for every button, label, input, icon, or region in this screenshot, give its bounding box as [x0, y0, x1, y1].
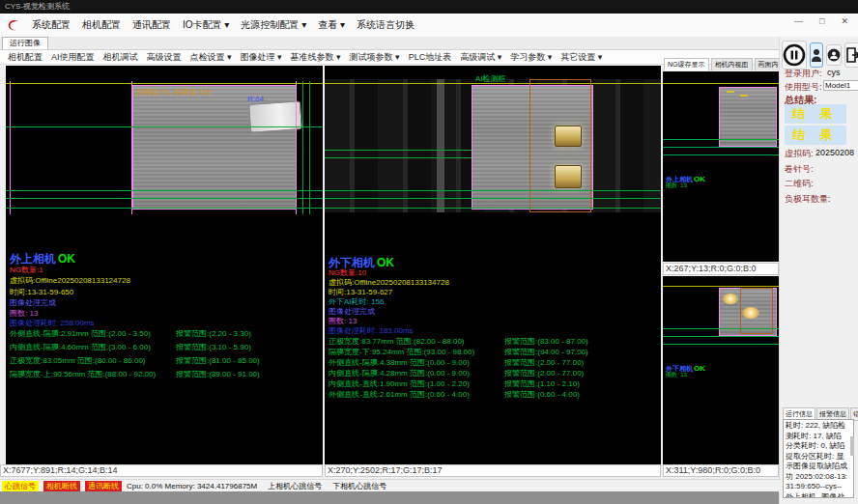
model-select[interactable]: Model1 [823, 80, 858, 91]
measurement-row: 外侧直线-隔膜:2.91mm 范围:(2.00 - 3.50) 报警范围:(2.… [10, 328, 323, 339]
mini-view-tabs: NG缓存显示 相机内视图 画面内视图 [664, 58, 796, 70]
result-badge-lower: 结 果 [785, 126, 846, 145]
left-camera-view[interactable]: 左阈值:93, 右阈值:100 R:64 外上相机OK NG数量:1 虚拟码:O… [6, 66, 323, 464]
tb-ai-use-config[interactable]: AI使用配置 [51, 51, 95, 64]
middle-coordinate-bar: X:270;Y:2502;R:17;G:17;B:17 [325, 464, 661, 477]
alarm-range: 报警范围:(83.00 - 87.00) [504, 336, 588, 347]
edge-detect-line [325, 150, 472, 151]
threshold-overlay-text: 左阈值:93, 右阈值:100 [135, 87, 212, 98]
menu-camera-config[interactable]: 相机配置 [82, 18, 121, 32]
edge-detect-line [6, 198, 323, 199]
roi-line [131, 81, 132, 214]
camera-offline-badge: 相机断线 [43, 481, 80, 491]
loop-count-row: 圈数: 13 [666, 182, 687, 190]
menu-comm-config[interactable]: 通讯配置 [132, 18, 171, 32]
edge-detect-line [309, 81, 310, 214]
blue-value-label: R:64 [247, 95, 264, 103]
tb-advanced-settings[interactable]: 高级设置 [147, 51, 182, 64]
maximize-button[interactable]: □ [819, 16, 824, 26]
quick-buttons [782, 41, 857, 70]
pixel-coordinate-readout: X:267;Y:13;R:0;G:0;B:0 [666, 264, 757, 273]
menu-light-control-config[interactable]: 光源控制配置 ▾ [241, 18, 306, 32]
tab-run-image[interactable]: 运行图像 [2, 37, 48, 49]
measurement-label: 内侧直线-隔膜:4.28mm 范围:(0.00 - 9.00) [329, 369, 470, 378]
menu-bar: 系统配置 相机配置 通讯配置 IO卡配置 ▾ 光源控制配置 ▾ 查看 ▾ 系统语… [0, 14, 858, 38]
edge-detect-line [663, 336, 779, 337]
time-row: 时间:13-31-59-650 [10, 287, 73, 297]
tab-strip: 运行图像 [0, 37, 779, 50]
down-camera-heartbeat: 下相机心跳信号 [332, 481, 386, 491]
alarm-range: 报警范围:(2.00 - 77.00) [504, 357, 584, 368]
app-window: CYS-视觉检测系统 系统配置 相机配置 通讯配置 IO卡配置 ▾ 光源控制配置… [0, 0, 858, 504]
tb-advanced-debug[interactable]: 高级调试 ▾ [460, 51, 501, 64]
menu-io-config[interactable]: IO卡配置 ▾ [183, 18, 229, 32]
left-coordinate-bar: X:7677;Y:891;R:14;G:14;B:14 [0, 464, 323, 477]
menu-view[interactable]: 查看 ▾ [318, 18, 345, 32]
tb-other-settings[interactable]: 其它设置 ▾ [560, 51, 602, 64]
tb-spot-check-settings[interactable]: 点检设置 ▾ [190, 51, 232, 64]
edge-detect-line [663, 147, 779, 148]
tb-learning-params[interactable]: 学习参数 ▾ [510, 51, 552, 64]
edge-detect-line [663, 328, 779, 329]
menu-system-config[interactable]: 系统配置 [32, 18, 71, 32]
status-bar: 心跳信号 相机断线 通讯断线 Cpu: 0.0% Memory: 3424.41… [0, 479, 781, 492]
tab-clip-highlight [742, 307, 759, 319]
roi-line [10, 81, 11, 214]
tb-camera-debug[interactable]: 相机调试 [103, 51, 138, 64]
tab-ng-cache-display[interactable]: NG缓存显示 [664, 58, 709, 70]
login-user-value: cys [827, 68, 841, 77]
minimize-button[interactable]: — [794, 16, 803, 26]
tb-test-item-params[interactable]: 测试项参数 ▾ [350, 51, 400, 64]
tb-image-processing[interactable]: 图像处理 ▾ [241, 51, 282, 64]
connector-object [248, 100, 302, 133]
pixel-coordinate-readout: X:311;Y:980;R:0;G:0;B:0 [666, 465, 760, 475]
alarm-range: 报警范围:(94.00 - 97.00) [504, 347, 588, 357]
measurement-label: 正极宽度:83.77mm 范围:(82.00 - 88.00) [329, 337, 465, 346]
window-title: CYS-视觉检测系统 [5, 2, 70, 11]
measurement-label: 外侧直线-隔膜:4.38mm 范围:(0.00 - 9.00) [329, 358, 470, 367]
result-ok: OK [694, 364, 705, 373]
process-cost-row: 图像处理耗时: 183.00ms [329, 325, 414, 336]
virtual-code-value: 20250208 [815, 148, 854, 157]
edge-detect-line [302, 81, 303, 214]
mini-view-bottom[interactable]: 外下相机OK 圈数: 13 [663, 276, 779, 464]
threshold-mark [727, 91, 734, 93]
menu-language-switch[interactable]: 系统语言切换 [357, 18, 415, 32]
middle-camera-view[interactable]: AI检测框 外下相机OK NG数量:10 虚拟码:Offline20250208… [325, 66, 661, 464]
tab-camera-inner-view[interactable]: 相机内视图 [711, 58, 753, 70]
exit-button[interactable] [844, 42, 858, 68]
baseline-yellow [6, 83, 323, 84]
tb-baseline-params[interactable]: 基准线参数 ▾ [291, 51, 341, 64]
permission-button[interactable] [826, 44, 842, 66]
tb-camera-config[interactable]: 相机配置 [8, 51, 43, 64]
heartbeat-badge: 心跳信号 [2, 481, 39, 491]
log-scrollbar[interactable] [850, 436, 854, 456]
alarm-range: 报警范围:(2.00 - 77.00) [504, 368, 584, 378]
mini-view-top[interactable]: 外上相机OK 圈数: 13 [663, 71, 779, 262]
exit-door-icon [845, 47, 858, 63]
up-camera-heartbeat: 上相机心跳信号 [268, 481, 322, 491]
run-log-area[interactable]: 耗时: 222, 缺陷检测耗时: 17, 缺陷分类耗时: 0, 缺陷提取分区耗时… [783, 419, 854, 498]
edge-detect-line [325, 198, 661, 199]
result-ok: OK [694, 175, 705, 183]
result-badge-upper: 结 果 [785, 104, 846, 124]
edge-detect-line [6, 126, 323, 127]
edge-detect-line [325, 190, 661, 191]
login-user-button[interactable] [810, 42, 823, 68]
measurement-row: 隔膜宽度-下:95.24mm 范围:(93.00 - 98.00) 报警范围:(… [329, 347, 661, 357]
edge-detect-line [663, 154, 779, 155]
separator-film-region [719, 87, 777, 147]
measurement-label: 外侧直线-直线:2.61mm 范围:(0.60 - 4.00) [329, 390, 470, 399]
anode-tab-count-label: 负极耳数量: [785, 193, 831, 206]
pixel-coordinate-readout: X:7677;Y:891;R:14;G:14;B:14 [3, 465, 118, 475]
loop-count-row: 圈数: 13 [666, 371, 687, 379]
measurement-row: 隔膜宽度-上:90.56mm 范围:(88.00 - 92.00) 报警范围:(… [10, 369, 323, 379]
tb-plc-address-table[interactable]: PLC地址表 [409, 51, 452, 64]
pause-button[interactable] [782, 41, 807, 70]
measurement-row: 内侧直线-直线:1.90mm 范围:(1.00 - 2.20) 报警范围:(1.… [329, 378, 661, 389]
cpu-memory-readout: Cpu: 0.0% Memory: 3424.41796875M [127, 482, 257, 490]
measurement-row: 外侧直线-隔膜:4.38mm 范围:(0.00 - 9.00) 报警范围:(2.… [329, 357, 661, 368]
close-button[interactable]: ✕ [841, 16, 848, 26]
edge-detect-line [663, 344, 779, 345]
process-cost-row: 图像处理耗时: 258.00ms [10, 318, 95, 328]
